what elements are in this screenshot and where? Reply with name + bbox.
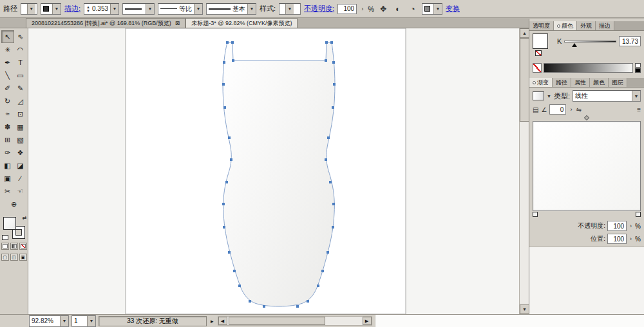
gradient-tool[interactable]: ▧	[14, 133, 27, 146]
slice-tool[interactable]: ∕	[14, 172, 27, 185]
free-transform-tool[interactable]: ⊡	[14, 107, 27, 120]
quick-actions-dropdown[interactable]: ▼	[422, 3, 442, 15]
panel-tab-渐变[interactable]: 渐变	[529, 78, 553, 87]
gradient-location-input[interactable]: 100	[607, 234, 627, 244]
anchor-point[interactable]	[325, 41, 328, 44]
none-button[interactable]	[19, 243, 27, 250]
document-tab[interactable]: 未标题-3* @ 92.82% (CMYK/像素预览)	[185, 18, 298, 28]
anchor-point[interactable]	[222, 83, 225, 86]
angle-stepper-icon[interactable]: ›	[569, 106, 573, 113]
k-value-input[interactable]: 13.73	[619, 36, 641, 46]
variable-width-dropdown[interactable]: ▼	[21, 3, 37, 15]
anchor-point[interactable]	[228, 136, 231, 139]
anchor-point[interactable]	[325, 158, 327, 161]
default-fill-stroke-icon[interactable]	[2, 235, 8, 240]
scrollbar-thumb[interactable]	[520, 38, 529, 122]
zoom-level-dropdown[interactable]: 92.82% ▼	[29, 315, 69, 327]
stroke-weight-link[interactable]: 描边:	[64, 4, 80, 14]
slider-marker[interactable]	[572, 43, 577, 47]
swap-fill-stroke-icon[interactable]: ⇄	[23, 215, 27, 221]
anchor-point[interactable]	[249, 300, 251, 303]
panel-tab-颜色[interactable]: 颜色	[554, 21, 577, 30]
gradient-button[interactable]	[10, 243, 18, 250]
anchor-point[interactable]	[333, 83, 336, 86]
isolate-mode-icon[interactable]: ◔	[407, 3, 419, 15]
scroll-left-icon[interactable]: ◀	[218, 317, 227, 325]
panel-tab-颜色[interactable]: 颜色	[590, 78, 609, 87]
full-screen-mode-button[interactable]: ▣	[19, 254, 27, 261]
panel-tab-描边[interactable]: 描边	[596, 21, 614, 30]
magic-wand-tool[interactable]: ✳	[1, 43, 14, 56]
scissors-tool[interactable]: ✂	[1, 185, 14, 198]
full-screen-menu-mode-button[interactable]: ◫	[10, 254, 18, 261]
opacity-link[interactable]: 不透明度:	[304, 4, 334, 14]
reverse-gradient-icon[interactable]: ⇋	[576, 106, 581, 113]
anchor-point[interactable]	[327, 251, 329, 254]
gradient-type-dropdown[interactable]: 线性 ▼	[573, 90, 641, 102]
document-tab[interactable]: 2008102214553286 [转换].ai* @ 169.81% (RGB…	[26, 18, 185, 28]
symbol-sprayer-tool[interactable]: ✽	[1, 120, 14, 133]
gradient-stop-track[interactable]	[533, 212, 641, 218]
selection-tool[interactable]: ↖	[1, 30, 14, 43]
selected-path[interactable]	[223, 42, 335, 306]
recolor-artwork-icon[interactable]: ✥	[377, 3, 389, 15]
chevron-down-icon[interactable]: ▼	[547, 94, 551, 98]
anchor-point[interactable]	[222, 203, 225, 205]
live-paint-selection-tool[interactable]: ◪	[14, 159, 27, 172]
transform-link[interactable]: 变换	[446, 4, 460, 14]
mask-icon[interactable]: ◐	[392, 3, 404, 15]
panel-tab-透明度[interactable]: 透明度	[529, 21, 554, 30]
brush-definition-dropdown[interactable]: 基本▼	[206, 3, 256, 15]
none-stroke-swatch[interactable]	[535, 50, 542, 56]
anchor-point[interactable]	[223, 226, 225, 229]
color-button[interactable]	[1, 243, 9, 250]
gradient-preview[interactable]	[533, 121, 641, 211]
anchor-point[interactable]	[238, 285, 241, 287]
anchor-point[interactable]	[228, 251, 231, 254]
opacity-stepper-icon[interactable]: ›	[360, 6, 365, 12]
fill-style-dropdown[interactable]: ▼	[41, 3, 61, 15]
scrollbar-track[interactable]	[227, 317, 363, 325]
pen-tool[interactable]: ✒	[1, 56, 14, 69]
rectangle-tool[interactable]: ▭	[14, 69, 27, 82]
lasso-tool[interactable]: ◠	[14, 43, 27, 56]
scroll-right-icon[interactable]: ▶	[363, 317, 372, 325]
anchor-point[interactable]	[327, 136, 330, 139]
live-paint-bucket-tool[interactable]: ◧	[1, 159, 14, 172]
anchor-point[interactable]	[232, 59, 234, 62]
mesh-tool[interactable]: ⊞	[1, 133, 14, 146]
normal-screen-mode-button[interactable]: ▢	[1, 254, 9, 261]
type-tool[interactable]: T	[14, 56, 27, 69]
panel-tab-图层[interactable]: 图层	[609, 78, 627, 87]
zoom-tool[interactable]: ⊕	[8, 198, 21, 210]
anchor-point[interactable]	[225, 181, 228, 183]
stroke-line-dropdown[interactable]: ▼	[122, 3, 155, 15]
scale-tool[interactable]: ◿	[14, 95, 27, 107]
line-segment-tool[interactable]: ╲	[1, 69, 14, 82]
anchor-point[interactable]	[296, 305, 299, 308]
artboard-nav-dropdown[interactable]: 1 ▼	[71, 315, 96, 327]
tab-close-icon[interactable]: ⊠	[175, 20, 180, 26]
style-dropdown[interactable]: ▼	[279, 3, 301, 15]
gradient-midpoint-marker[interactable]	[584, 115, 589, 120]
pencil-tool[interactable]: ✎	[14, 82, 27, 95]
canvas-area[interactable]	[28, 28, 519, 314]
stroke-weight-stepper[interactable]: ▲▼ 0.353 ▼	[84, 3, 119, 15]
panel-options-icon[interactable]: ≡	[637, 106, 641, 113]
hand-tool[interactable]: ☜	[14, 185, 27, 198]
scrollbar-thumb[interactable]	[229, 317, 325, 325]
anchor-point[interactable]	[332, 61, 335, 64]
anchor-point[interactable]	[230, 158, 232, 161]
horizontal-scrollbar[interactable]: ◀ ▶	[218, 316, 372, 326]
panel-tab-路径[interactable]: 路径	[553, 78, 571, 87]
white-swatch[interactable]	[635, 63, 641, 68]
fill-color-swatch[interactable]	[533, 33, 548, 49]
anchor-point[interactable]	[223, 106, 226, 109]
anchor-point[interactable]	[231, 41, 234, 44]
panel-tab-属性[interactable]: 属性	[571, 78, 590, 87]
anchor-point[interactable]	[223, 61, 225, 64]
opacity-stepper-icon[interactable]: ›	[629, 223, 633, 229]
anchor-point[interactable]	[325, 59, 327, 62]
anchor-point[interactable]	[263, 305, 265, 308]
angle-input[interactable]: 0	[549, 104, 566, 115]
